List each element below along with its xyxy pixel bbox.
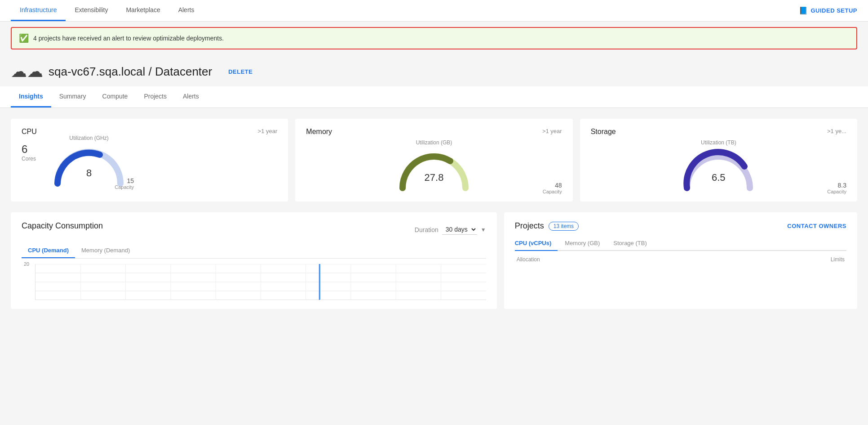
check-icon: ✅ [19,33,29,43]
projects-table-header: Allocation Limits [515,256,846,263]
memory-card-inner: Utilization (GB) 27.8 48 Capacity [306,139,562,192]
cap-subtab-cpu[interactable]: CPU (Demand) [22,243,75,258]
memory-gauge-area: Utilization (GB) 27.8 48 Capacity [306,139,562,192]
memory-capacity-wrap: 48 Capacity [543,182,562,194]
projects-title: Projects [515,221,544,231]
delete-button[interactable]: DELETE [225,67,256,77]
tab-summary[interactable]: Summary [51,86,94,107]
chart-grid-svg [35,264,486,300]
nav-tab-infrastructure[interactable]: Infrastructure [11,0,66,21]
storage-capacity-label: Capacity [827,189,846,194]
gauge-row: CPU >1 year 6 Cores Utilization (GHz) [11,119,857,201]
book-icon: 📘 [799,6,808,15]
proj-subtab-cpu[interactable]: CPU (vCPUs) [515,236,558,251]
memory-gauge-svg [394,148,474,192]
duration-row: Duration 30 days 60 days 90 days ▼ [415,224,486,235]
guided-setup-button[interactable]: 📘 GUIDED SETUP [799,6,857,15]
cap-subtab-memory[interactable]: Memory (Demand) [75,243,136,258]
cpu-cores-label: Cores [22,156,44,162]
proj-col-allocation: Allocation [517,256,540,263]
duration-select[interactable]: 30 days 60 days 90 days [442,224,477,235]
cloud-icon: ☁☁ [11,62,43,81]
cpu-capacity-wrap: 15 Capacity [115,177,134,190]
tab-alerts[interactable]: Alerts [175,86,207,107]
projects-badge: 13 items [549,222,579,231]
alert-message: 4 projects have received an alert to rev… [33,35,224,42]
dropdown-icon: ▼ [481,227,486,233]
storage-card-period: >1 ye... [827,128,846,134]
cpu-card: CPU >1 year 6 Cores Utilization (GHz) [11,119,288,201]
cpu-cores-value: 6 [22,144,44,155]
storage-gauge-svg [678,148,759,192]
memory-capacity-label: Capacity [543,189,562,194]
memory-card-title: Memory [306,128,332,136]
chart-vertical-line [319,264,320,300]
memory-gauge-wrap: 27.8 [394,148,474,192]
bottom-row: Capacity Consumption Duration 30 days 60… [11,212,857,309]
nav-tab-alerts[interactable]: Alerts [169,0,204,21]
cpu-card-title: CPU [22,128,37,136]
storage-capacity-wrap: 8.3 Capacity [827,182,846,194]
storage-capacity-value: 8.3 [827,182,846,189]
alert-banner: ✅ 4 projects have received an alert to r… [11,27,857,49]
sub-tabs: Insights Summary Compute Projects Alerts [0,86,868,108]
cpu-util-label: Utilization (GHz) [69,135,108,141]
tab-projects[interactable]: Projects [136,86,175,107]
capacity-header: Capacity Consumption Duration 30 days 60… [22,221,486,238]
cpu-capacity-value: 15 [115,177,134,184]
tab-compute[interactable]: Compute [94,86,136,107]
cpu-util-value: 8 [75,167,102,179]
memory-util-label: Utilization (GB) [416,139,452,146]
capacity-card: Capacity Consumption Duration 30 days 60… [11,212,497,309]
guided-setup-label: GUIDED SETUP [810,7,857,14]
chart-area: 20 [35,264,486,300]
projects-header: Projects 13 items CONTACT OWNERS [515,221,846,231]
proj-col-limits: Limits [831,256,845,263]
memory-util-value: 27.8 [421,172,447,183]
memory-card-header: Memory >1 year [306,128,562,136]
contact-owners-button[interactable]: CONTACT OWNERS [787,223,846,229]
storage-card-title: Storage [591,128,616,136]
projects-card: Projects 13 items CONTACT OWNERS CPU (vC… [504,212,857,309]
cpu-card-period: >1 year [258,128,278,134]
storage-util-label: Utilization (TB) [701,139,736,146]
capacity-subtabs: CPU (Demand) Memory (Demand) [22,243,486,259]
memory-card-period: >1 year [542,128,562,134]
main-content: CPU >1 year 6 Cores Utilization (GHz) [0,108,868,320]
duration-label: Duration [415,226,438,233]
chart-y-label: 20 [24,261,29,267]
storage-gauge-area: Utilization (TB) 6.5 8.3 Capacity [591,139,846,192]
nav-tab-extensibility[interactable]: Extensibility [66,0,117,21]
page-header: ☁☁ sqa-vc67.sqa.local / Datacenter DELET… [0,55,868,81]
cpu-gauge-left: 6 Cores [22,144,44,162]
storage-card-header: Storage >1 ye... [591,128,846,136]
storage-card-inner: Utilization (TB) 6.5 8.3 Capacity [591,139,846,192]
memory-capacity-value: 48 [543,182,562,189]
page-title: sqa-vc67.sqa.local / Datacenter [49,65,212,79]
storage-card: Storage >1 ye... Utilization (TB) 6.5 8.… [580,119,857,201]
top-nav-tabs: Infrastructure Extensibility Marketplace… [11,0,203,21]
storage-util-value: 6.5 [705,172,732,183]
storage-gauge-wrap: 6.5 [678,148,759,192]
tab-insights[interactable]: Insights [11,86,51,107]
cpu-capacity-label: Capacity [115,184,134,190]
proj-subtab-storage[interactable]: Storage (TB) [613,236,653,251]
projects-subtabs: CPU (vCPUs) Memory (GB) Storage (TB) [515,236,846,251]
capacity-title: Capacity Consumption [22,221,103,231]
proj-subtab-memory[interactable]: Memory (GB) [565,236,606,251]
cpu-card-inner: 6 Cores Utilization (GHz) 8 [22,139,277,188]
nav-tab-marketplace[interactable]: Marketplace [117,0,169,21]
top-nav: Infrastructure Extensibility Marketplace… [0,0,868,22]
memory-card: Memory >1 year Utilization (GB) 27.8 48 [295,119,572,201]
cpu-gauge-area: Utilization (GHz) 8 15 Capacity [49,135,129,188]
